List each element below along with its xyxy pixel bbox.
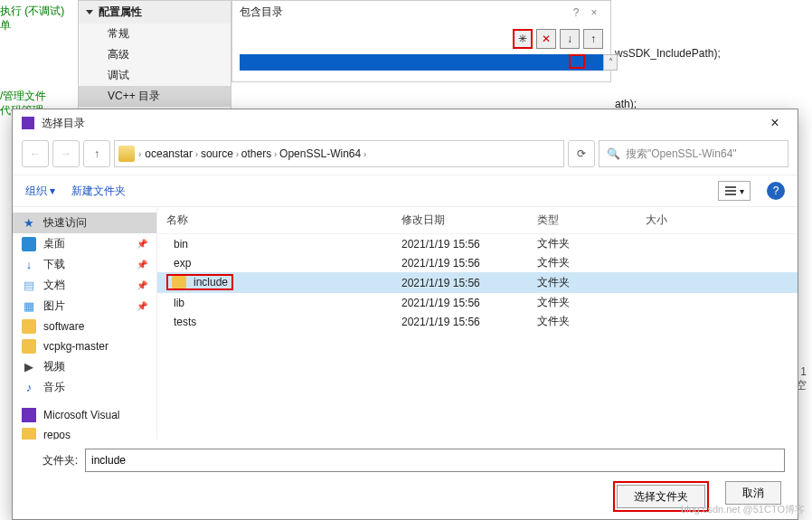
new-line-button[interactable]: ✳: [513, 29, 533, 49]
sidebar-item-label: software: [43, 320, 84, 333]
fold-icon: [22, 319, 36, 334]
include-dirs-dialog: 包含目录 ? × ✳ ✕ ↓ ↑ ˄: [231, 0, 611, 82]
sidebar-item-label: 下载: [43, 257, 65, 272]
sparkle-icon: ✳: [518, 33, 527, 45]
refresh-icon: ⟳: [577, 147, 586, 160]
select-folder-dialog: 选择目录 × ← → ↑ › oceanstar › source › othe…: [12, 109, 798, 520]
doc-icon: ▤: [22, 279, 36, 293]
refresh-button[interactable]: ⟳: [568, 140, 595, 167]
include-list[interactable]: ˄: [240, 54, 603, 71]
row-date: 2021/1/19 15:56: [401, 297, 537, 309]
breadcrumb-segment[interactable]: OpenSSL-Win64: [279, 147, 361, 160]
move-up-button[interactable]: ↑: [583, 29, 603, 49]
list-icon: [725, 186, 736, 195]
view-mode-button[interactable]: ▾: [718, 181, 751, 201]
col-date[interactable]: 修改日期: [401, 213, 537, 228]
delete-line-button[interactable]: ✕: [536, 29, 556, 49]
close-button[interactable]: ×: [761, 115, 788, 131]
x-icon: ✕: [542, 33, 551, 45]
row-date: 2021/1/19 15:56: [401, 257, 537, 269]
row-name: tests: [174, 316, 196, 328]
row-type: 文件夹: [537, 236, 646, 251]
property-item[interactable]: VC++ 目录: [79, 86, 231, 107]
sidebar-item[interactable]: repos: [13, 425, 156, 440]
chevron-right-icon: ›: [361, 149, 366, 159]
sidebar-item-label: Microsoft Visual: [43, 409, 119, 421]
sidebar-item[interactable]: ★快速访问: [13, 213, 156, 233]
sidebar-item-label: 文档: [43, 278, 65, 293]
folder-input[interactable]: [85, 449, 785, 472]
sidebar-item-label: 图片: [43, 298, 65, 314]
breadcrumb[interactable]: › oceanstar › source › others › OpenSSL-…: [114, 140, 564, 167]
table-row[interactable]: exp2021/1/19 15:56文件夹: [157, 253, 798, 272]
sidebar-item[interactable]: ▶视频: [13, 356, 156, 377]
scroll-up-button[interactable]: ˄: [603, 54, 618, 71]
sidebar-item[interactable]: software: [13, 317, 156, 336]
ok-highlight: 选择文件夹: [613, 481, 709, 512]
new-folder-button[interactable]: 新建文件夹: [71, 184, 126, 199]
chevron-down-icon: [86, 10, 93, 14]
help-button[interactable]: ?: [567, 6, 585, 19]
col-type[interactable]: 类型: [537, 213, 646, 228]
arrow-up-icon: ↑: [94, 147, 99, 160]
organize-menu[interactable]: 组织 ▾: [25, 184, 55, 199]
row-type: 文件夹: [537, 295, 646, 310]
folder-label: 文件夹:: [25, 453, 78, 468]
arrow-left-icon: ←: [30, 147, 41, 160]
column-headers[interactable]: 名称 修改日期 类型 大小: [157, 207, 798, 234]
row-name: include: [194, 276, 228, 288]
pin-icon: 📌: [137, 239, 147, 249]
help-button[interactable]: ?: [767, 182, 785, 200]
disk-icon: [118, 146, 135, 162]
sidebar-item[interactable]: ♪音乐: [13, 377, 156, 398]
row-date: 2021/1/19 15:56: [401, 238, 537, 251]
table-row[interactable]: tests2021/1/19 15:56文件夹: [157, 312, 798, 331]
sidebar: ★快速访问桌面📌↓下载📌▤文档📌▦图片📌softwarevcpkg-master…: [13, 207, 157, 440]
include-selected-row[interactable]: [240, 54, 603, 71]
breadcrumb-segment[interactable]: oceanstar: [145, 147, 193, 160]
property-item[interactable]: 常规: [79, 24, 231, 44]
pin-icon: 📌: [137, 301, 147, 311]
row-date: 2021/1/19 15:56: [401, 316, 537, 328]
breadcrumb-segment[interactable]: others: [241, 147, 271, 160]
search-input[interactable]: 🔍 搜索"OpenSSL-Win64": [599, 140, 788, 167]
pic-icon: ▦: [22, 299, 36, 314]
table-row[interactable]: include2021/1/19 15:56文件夹: [157, 272, 798, 293]
bg-txt: 单: [0, 18, 11, 33]
pin-icon: 📌: [137, 260, 147, 269]
row-date: 2021/1/19 15:56: [401, 277, 537, 289]
chevron-right-icon: ›: [193, 149, 201, 159]
select-folder-button[interactable]: 选择文件夹: [617, 485, 705, 508]
browse-cell[interactable]: [569, 54, 585, 69]
nav-up-button[interactable]: ↑: [83, 140, 110, 167]
property-root-label: 配置属性: [99, 5, 142, 20]
include-toolbar: ✳ ✕ ↓ ↑: [232, 24, 610, 54]
sidebar-item[interactable]: ▤文档📌: [13, 275, 156, 296]
move-down-button[interactable]: ↓: [560, 29, 580, 49]
chevron-right-icon: ›: [271, 149, 279, 159]
property-item[interactable]: 高级: [79, 44, 231, 65]
property-item[interactable]: 调试: [79, 65, 231, 86]
col-size[interactable]: 大小: [646, 213, 788, 228]
sidebar-item-label: 快速访问: [43, 215, 87, 231]
sidebar-item-label: 音乐: [43, 380, 65, 395]
chevron-right-icon: ›: [138, 149, 141, 159]
col-name[interactable]: 名称: [166, 213, 401, 228]
property-root[interactable]: 配置属性: [79, 1, 231, 24]
sidebar-item[interactable]: vcpkg-master: [13, 336, 156, 356]
search-placeholder: 搜索"OpenSSL-Win64": [626, 147, 737, 162]
nav-back-button[interactable]: ←: [22, 140, 49, 167]
nav-forward-button[interactable]: →: [52, 140, 80, 167]
sidebar-item-label: 视频: [43, 359, 65, 374]
row-type: 文件夹: [537, 255, 646, 270]
breadcrumb-segment[interactable]: source: [201, 147, 233, 160]
cancel-button[interactable]: 取消: [725, 481, 781, 505]
table-row[interactable]: lib2021/1/19 15:56文件夹: [157, 293, 798, 312]
sidebar-item[interactable]: Microsoft Visual: [13, 405, 156, 425]
sidebar-item[interactable]: ▦图片📌: [13, 296, 156, 317]
sidebar-item[interactable]: ↓下载📌: [13, 254, 156, 275]
table-row[interactable]: bin2021/1/19 15:56文件夹: [157, 234, 798, 253]
sidebar-item[interactable]: 桌面📌: [13, 233, 156, 254]
close-button[interactable]: ×: [585, 6, 603, 19]
fold-icon: [22, 428, 36, 440]
